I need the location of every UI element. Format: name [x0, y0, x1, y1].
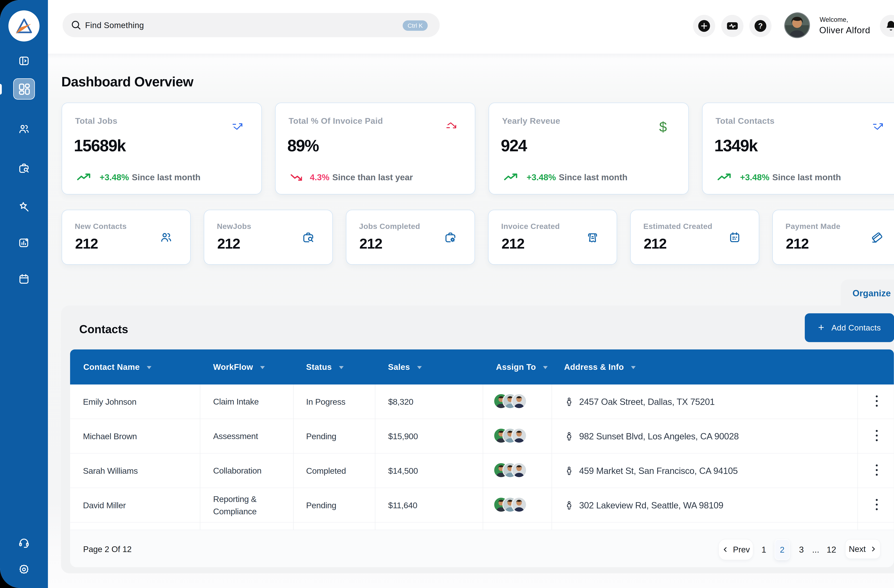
svg-text:?: ? [758, 22, 763, 30]
